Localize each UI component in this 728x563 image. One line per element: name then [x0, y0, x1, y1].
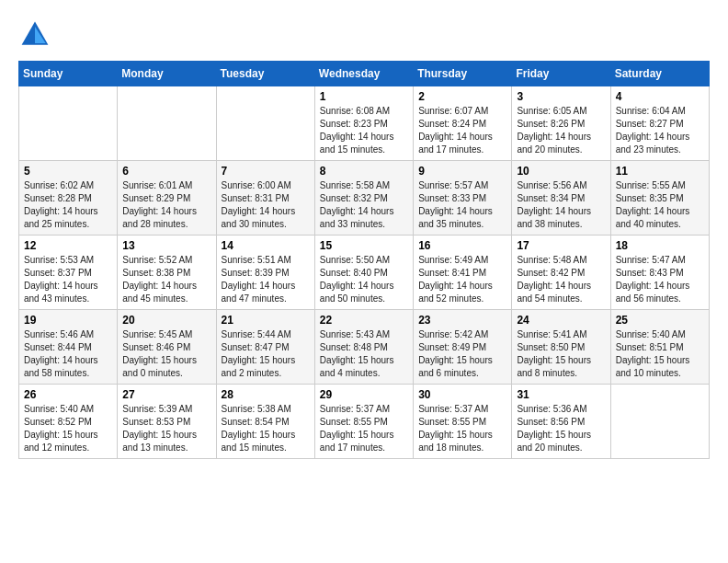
calendar-cell: 12Sunrise: 5:53 AM Sunset: 8:37 PM Dayli… — [19, 236, 118, 310]
day-info: Sunrise: 5:53 AM Sunset: 8:37 PM Dayligh… — [24, 254, 112, 305]
day-info: Sunrise: 6:07 AM Sunset: 8:24 PM Dayligh… — [418, 105, 506, 156]
page-header — [18, 18, 710, 52]
calendar-cell: 8Sunrise: 5:58 AM Sunset: 8:32 PM Daylig… — [314, 161, 413, 236]
day-info: Sunrise: 5:52 AM Sunset: 8:38 PM Dayligh… — [122, 254, 210, 305]
day-info: Sunrise: 6:00 AM Sunset: 8:31 PM Dayligh… — [222, 179, 310, 231]
day-info: Sunrise: 5:48 AM Sunset: 8:42 PM Dayligh… — [517, 254, 605, 305]
calendar-cell: 4Sunrise: 6:04 AM Sunset: 8:27 PM Daylig… — [610, 86, 709, 161]
day-info: Sunrise: 5:39 AM Sunset: 8:53 PM Dayligh… — [122, 403, 210, 454]
logo — [18, 18, 55, 52]
day-info: Sunrise: 5:51 AM Sunset: 8:39 PM Dayligh… — [222, 254, 310, 305]
day-number: 14 — [222, 239, 310, 252]
calendar-header-row: SundayMondayTuesdayWednesdayThursdayFrid… — [19, 62, 710, 86]
logo-icon — [18, 18, 51, 52]
day-number: 6 — [122, 165, 210, 178]
day-number: 26 — [24, 388, 112, 401]
calendar-cell: 6Sunrise: 6:01 AM Sunset: 8:29 PM Daylig… — [118, 161, 216, 236]
weekday-header: Wednesday — [314, 62, 413, 86]
day-info: Sunrise: 6:04 AM Sunset: 8:27 PM Dayligh… — [616, 105, 704, 156]
day-info: Sunrise: 5:49 AM Sunset: 8:41 PM Dayligh… — [418, 254, 506, 305]
calendar-cell: 24Sunrise: 5:41 AM Sunset: 8:50 PM Dayli… — [512, 310, 610, 385]
day-info: Sunrise: 6:02 AM Sunset: 8:28 PM Dayligh… — [24, 179, 112, 231]
calendar-cell — [216, 86, 314, 161]
day-number: 11 — [616, 165, 704, 178]
day-info: Sunrise: 5:55 AM Sunset: 8:35 PM Dayligh… — [616, 179, 704, 231]
calendar-cell: 10Sunrise: 5:56 AM Sunset: 8:34 PM Dayli… — [512, 161, 610, 236]
calendar-cell: 15Sunrise: 5:50 AM Sunset: 8:40 PM Dayli… — [314, 236, 413, 310]
day-info: Sunrise: 5:38 AM Sunset: 8:54 PM Dayligh… — [222, 403, 310, 454]
calendar-cell: 23Sunrise: 5:42 AM Sunset: 8:49 PM Dayli… — [414, 310, 512, 385]
day-number: 21 — [222, 314, 310, 327]
calendar-cell: 17Sunrise: 5:48 AM Sunset: 8:42 PM Dayli… — [512, 236, 610, 310]
day-info: Sunrise: 5:37 AM Sunset: 8:55 PM Dayligh… — [320, 403, 408, 454]
day-info: Sunrise: 5:42 AM Sunset: 8:49 PM Dayligh… — [418, 328, 506, 380]
calendar-cell: 19Sunrise: 5:46 AM Sunset: 8:44 PM Dayli… — [19, 310, 118, 385]
day-number: 22 — [320, 314, 408, 327]
calendar-week-row: 12Sunrise: 5:53 AM Sunset: 8:37 PM Dayli… — [19, 236, 710, 310]
day-number: 24 — [517, 314, 605, 327]
day-info: Sunrise: 5:40 AM Sunset: 8:52 PM Dayligh… — [24, 403, 112, 454]
day-number: 4 — [616, 90, 704, 103]
calendar-cell: 1Sunrise: 6:08 AM Sunset: 8:23 PM Daylig… — [314, 86, 413, 161]
calendar-week-row: 19Sunrise: 5:46 AM Sunset: 8:44 PM Dayli… — [19, 310, 710, 385]
day-number: 30 — [418, 388, 506, 401]
calendar-cell: 14Sunrise: 5:51 AM Sunset: 8:39 PM Dayli… — [216, 236, 314, 310]
calendar-cell: 16Sunrise: 5:49 AM Sunset: 8:41 PM Dayli… — [414, 236, 512, 310]
calendar-cell: 11Sunrise: 5:55 AM Sunset: 8:35 PM Dayli… — [610, 161, 709, 236]
calendar-cell — [118, 86, 216, 161]
calendar-cell: 27Sunrise: 5:39 AM Sunset: 8:53 PM Dayli… — [118, 385, 216, 459]
day-info: Sunrise: 5:45 AM Sunset: 8:46 PM Dayligh… — [122, 328, 210, 380]
weekday-header: Sunday — [19, 62, 118, 86]
day-info: Sunrise: 5:37 AM Sunset: 8:55 PM Dayligh… — [418, 403, 506, 454]
day-number: 19 — [24, 314, 112, 327]
day-info: Sunrise: 5:41 AM Sunset: 8:50 PM Dayligh… — [517, 328, 605, 380]
weekday-header: Thursday — [414, 62, 512, 86]
calendar-cell: 22Sunrise: 5:43 AM Sunset: 8:48 PM Dayli… — [314, 310, 413, 385]
day-number: 16 — [418, 239, 506, 252]
day-info: Sunrise: 5:36 AM Sunset: 8:56 PM Dayligh… — [517, 403, 605, 454]
calendar-cell: 13Sunrise: 5:52 AM Sunset: 8:38 PM Dayli… — [118, 236, 216, 310]
day-info: Sunrise: 6:01 AM Sunset: 8:29 PM Dayligh… — [122, 179, 210, 231]
calendar-cell: 21Sunrise: 5:44 AM Sunset: 8:47 PM Dayli… — [216, 310, 314, 385]
calendar-week-row: 1Sunrise: 6:08 AM Sunset: 8:23 PM Daylig… — [19, 86, 710, 161]
calendar-cell: 7Sunrise: 6:00 AM Sunset: 8:31 PM Daylig… — [216, 161, 314, 236]
day-number: 7 — [222, 165, 310, 178]
day-info: Sunrise: 5:44 AM Sunset: 8:47 PM Dayligh… — [222, 328, 310, 380]
day-number: 31 — [517, 388, 605, 401]
calendar-cell: 25Sunrise: 5:40 AM Sunset: 8:51 PM Dayli… — [610, 310, 709, 385]
day-number: 2 — [418, 90, 506, 103]
day-info: Sunrise: 5:46 AM Sunset: 8:44 PM Dayligh… — [24, 328, 112, 380]
calendar-cell: 18Sunrise: 5:47 AM Sunset: 8:43 PM Dayli… — [610, 236, 709, 310]
calendar-cell — [19, 86, 118, 161]
day-info: Sunrise: 5:56 AM Sunset: 8:34 PM Dayligh… — [517, 179, 605, 231]
calendar-cell — [610, 385, 709, 459]
weekday-header: Saturday — [610, 62, 709, 86]
day-number: 3 — [517, 90, 605, 103]
day-info: Sunrise: 5:40 AM Sunset: 8:51 PM Dayligh… — [616, 328, 704, 380]
day-number: 23 — [418, 314, 506, 327]
day-number: 27 — [122, 388, 210, 401]
calendar-week-row: 26Sunrise: 5:40 AM Sunset: 8:52 PM Dayli… — [19, 385, 710, 459]
day-number: 13 — [122, 239, 210, 252]
day-number: 9 — [418, 165, 506, 178]
day-number: 20 — [122, 314, 210, 327]
day-info: Sunrise: 5:47 AM Sunset: 8:43 PM Dayligh… — [616, 254, 704, 305]
calendar-cell: 2Sunrise: 6:07 AM Sunset: 8:24 PM Daylig… — [414, 86, 512, 161]
calendar-cell: 29Sunrise: 5:37 AM Sunset: 8:55 PM Dayli… — [314, 385, 413, 459]
day-number: 25 — [616, 314, 704, 327]
weekday-header: Friday — [512, 62, 610, 86]
calendar-cell: 30Sunrise: 5:37 AM Sunset: 8:55 PM Dayli… — [414, 385, 512, 459]
day-number: 1 — [320, 90, 408, 103]
calendar-cell: 20Sunrise: 5:45 AM Sunset: 8:46 PM Dayli… — [118, 310, 216, 385]
calendar-cell: 3Sunrise: 6:05 AM Sunset: 8:26 PM Daylig… — [512, 86, 610, 161]
day-number: 8 — [320, 165, 408, 178]
day-number: 28 — [222, 388, 310, 401]
day-number: 12 — [24, 239, 112, 252]
calendar-cell: 31Sunrise: 5:36 AM Sunset: 8:56 PM Dayli… — [512, 385, 610, 459]
day-number: 5 — [24, 165, 112, 178]
calendar-cell: 5Sunrise: 6:02 AM Sunset: 8:28 PM Daylig… — [19, 161, 118, 236]
day-info: Sunrise: 6:08 AM Sunset: 8:23 PM Dayligh… — [320, 105, 408, 156]
calendar-cell: 26Sunrise: 5:40 AM Sunset: 8:52 PM Dayli… — [19, 385, 118, 459]
day-info: Sunrise: 5:58 AM Sunset: 8:32 PM Dayligh… — [320, 179, 408, 231]
day-number: 18 — [616, 239, 704, 252]
